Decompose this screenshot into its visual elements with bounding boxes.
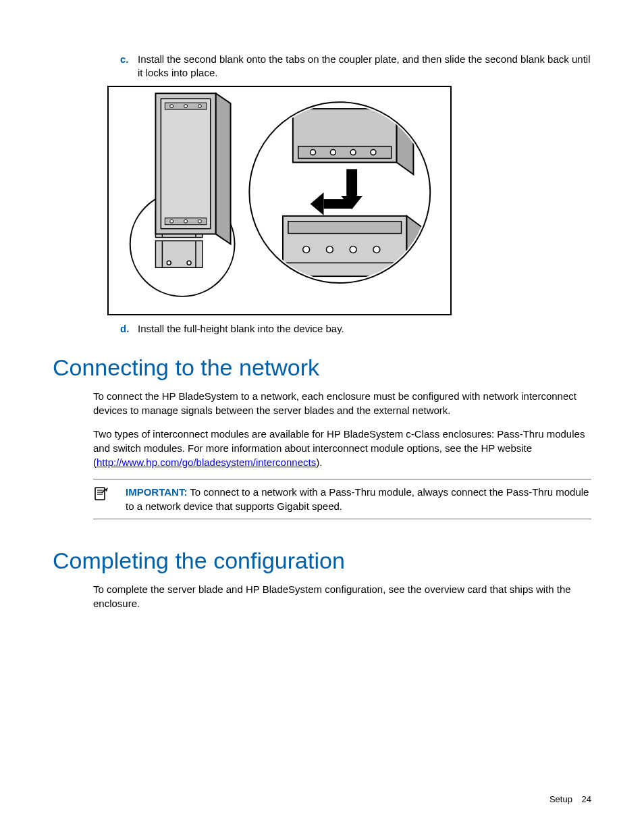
completing-para: To complete the server blade and HP Blad… <box>93 582 591 610</box>
step-c-text: Install the second blank onto the tabs o… <box>138 53 591 80</box>
important-icon <box>93 485 126 513</box>
svg-point-29 <box>350 149 356 155</box>
svg-rect-43 <box>95 488 105 500</box>
connecting-para-1: To connect the HP BladeSystem to a netwo… <box>93 389 591 417</box>
svg-point-16 <box>184 104 188 107</box>
svg-point-41 <box>373 246 380 253</box>
svg-rect-31 <box>346 169 357 196</box>
step-c-marker: c. <box>120 53 138 80</box>
important-label: IMPORTANT: <box>126 486 187 498</box>
svg-point-10 <box>187 261 191 265</box>
heading-completing: Completing the configuration <box>53 548 591 574</box>
step-d: d. Install the full-height blank into th… <box>120 322 591 336</box>
footer-section: Setup <box>549 794 572 804</box>
svg-point-19 <box>170 219 173 223</box>
svg-marker-25 <box>397 109 414 174</box>
interconnects-link[interactable]: http://www.hp.com/go/bladesystem/interco… <box>97 457 316 468</box>
svg-point-40 <box>350 246 356 253</box>
svg-rect-13 <box>161 99 210 228</box>
page-footer: Setup 24 <box>549 794 591 804</box>
installation-figure <box>107 86 452 315</box>
svg-rect-37 <box>288 221 402 233</box>
svg-point-39 <box>326 246 333 253</box>
svg-point-28 <box>330 149 336 155</box>
svg-point-20 <box>184 219 188 223</box>
step-c: c. Install the second blank onto the tab… <box>120 53 591 80</box>
important-callout: IMPORTANT: To connect to a network with … <box>93 479 591 519</box>
svg-point-30 <box>371 149 376 155</box>
svg-point-15 <box>170 104 173 107</box>
svg-point-27 <box>311 149 316 155</box>
connecting-para-2: Two types of interconnect modules are av… <box>93 427 591 469</box>
svg-marker-12 <box>216 93 231 244</box>
step-d-text: Install the full-height blank into the d… <box>138 322 591 336</box>
step-d-marker: d. <box>120 322 138 336</box>
svg-point-38 <box>303 246 310 253</box>
para2-post: ). <box>316 457 322 468</box>
svg-point-21 <box>198 219 201 223</box>
heading-connecting: Connecting to the network <box>53 355 591 381</box>
svg-point-17 <box>198 104 201 107</box>
footer-page-number: 24 <box>582 794 591 804</box>
svg-rect-33 <box>323 199 352 209</box>
blade-blank-diagram <box>109 86 450 315</box>
important-text: To connect to a network with a Pass-Thru… <box>126 486 589 512</box>
svg-point-9 <box>167 261 171 265</box>
